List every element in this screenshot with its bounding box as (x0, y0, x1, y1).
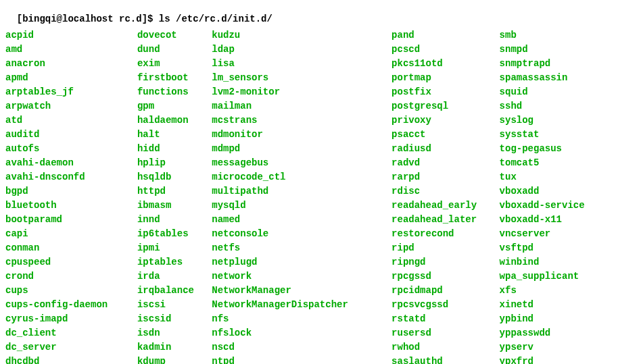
file-entry: ypbind (500, 312, 613, 326)
file-entry: postgresql (391, 99, 500, 113)
file-entry: snmptrapd (500, 57, 613, 71)
file-entry: atd (5, 113, 137, 128)
prompt-command: ls /etc/rc.d/init.d/ (159, 14, 272, 24)
file-entry: rusersd (391, 326, 500, 340)
file-entry: arptables_jf (5, 85, 137, 99)
file-entry: mailman (212, 99, 391, 113)
prompt-user-host: [bingqi@localhost rc.d]$ (17, 14, 153, 24)
file-entry: iptables (137, 255, 212, 269)
file-entry: apmd (5, 71, 137, 85)
file-entry: isdn (137, 326, 212, 340)
listing-column-2: dovecotdundeximfirstbootfunctionsgpmhald… (137, 28, 212, 364)
file-entry: innd (137, 213, 212, 227)
file-entry: ypserv (500, 340, 613, 355)
file-entry: portmap (391, 71, 500, 85)
file-entry: mdmonitor (212, 128, 391, 142)
file-entry: multipathd (212, 184, 391, 199)
file-entry: cyrus-imapd (5, 312, 137, 326)
file-entry: irqbalance (137, 284, 212, 298)
file-entry: cups-config-daemon (5, 298, 137, 312)
file-entry: pand (391, 28, 500, 43)
file-entry: kdump (137, 355, 212, 364)
file-entry: sysstat (500, 128, 613, 142)
file-entry: ipmi (137, 241, 212, 255)
file-entry: nscd (212, 340, 391, 355)
file-entry: anacron (5, 57, 137, 71)
file-entry: winbind (500, 255, 613, 269)
file-entry: radvd (391, 156, 500, 170)
file-entry: hidd (137, 142, 212, 156)
file-entry: ripd (391, 241, 500, 255)
file-entry: pcscd (391, 43, 500, 57)
file-entry: irda (137, 269, 212, 284)
file-entry: dc_server (5, 340, 137, 355)
file-entry: syslog (500, 113, 613, 128)
file-entry: firstboot (137, 71, 212, 85)
file-entry: named (212, 213, 391, 227)
file-entry: gpm (137, 99, 212, 113)
file-entry: rpcidmapd (391, 284, 500, 298)
file-entry: cpuspeed (5, 255, 137, 269)
file-entry: bgpd (5, 184, 137, 199)
file-entry: httpd (137, 184, 212, 199)
file-entry: rpcsvcgssd (391, 298, 500, 312)
file-entry: cups (5, 284, 137, 298)
file-entry: smb (500, 28, 613, 43)
file-entry: auditd (5, 128, 137, 142)
file-entry: xinetd (500, 298, 613, 312)
file-entry: rstatd (391, 312, 500, 326)
file-entry: ip6tables (137, 227, 212, 241)
listing-column-4: pandpcscdpkcs11otdportmappostfixpostgres… (391, 28, 500, 364)
file-entry: avahi-dnsconfd (5, 170, 137, 184)
file-entry: autofs (5, 142, 137, 156)
file-entry: privoxy (391, 113, 500, 128)
file-entry: lisa (212, 57, 391, 71)
file-entry: amd (5, 43, 137, 57)
file-entry: dund (137, 43, 212, 57)
file-entry: capi (5, 227, 137, 241)
file-entry: postfix (391, 85, 500, 99)
file-entry: spamassassin (500, 71, 613, 85)
file-entry: wpa_supplicant (500, 269, 613, 284)
file-entry: messagebus (212, 156, 391, 170)
file-entry: readahead_later (391, 213, 500, 227)
file-entry: pkcs11otd (391, 57, 500, 71)
file-entry: rpcgssd (391, 269, 500, 284)
file-entry: vboxadd (500, 184, 613, 199)
terminal-prompt-line: [bingqi@localhost rc.d]$ ls /etc/rc.d/in… (5, 3, 613, 24)
file-entry: conman (5, 241, 137, 255)
file-entry: kadmin (137, 340, 212, 355)
file-entry: lvm2-monitor (212, 85, 391, 99)
file-entry: acpid (5, 28, 137, 43)
file-entry: mcstrans (212, 113, 391, 128)
file-entry: iscsid (137, 312, 212, 326)
file-entry: mysqld (212, 199, 391, 213)
file-entry: netconsole (212, 227, 391, 241)
file-entry: ldap (212, 43, 391, 57)
file-entry: snmpd (500, 43, 613, 57)
file-entry: vboxadd-service (500, 199, 613, 213)
file-entry: iscsi (137, 298, 212, 312)
file-entry: tux (500, 170, 613, 184)
file-entry: bootparamd (5, 213, 137, 227)
file-entry: functions (137, 85, 212, 99)
file-entry: nfslock (212, 326, 391, 340)
file-entry: haldaemon (137, 113, 212, 128)
listing-column-1: acpidamdanacronapmdarptables_jfarpwatcha… (5, 28, 137, 364)
file-entry: tomcat5 (500, 156, 613, 170)
file-entry: psacct (391, 128, 500, 142)
file-entry: dhcdbd (5, 355, 137, 364)
file-entry: ibmasm (137, 199, 212, 213)
file-entry: mdmpd (212, 142, 391, 156)
file-entry: lm_sensors (212, 71, 391, 85)
file-entry: rarpd (391, 170, 500, 184)
file-entry: ntpd (212, 355, 391, 364)
listing-column-5: smbsnmpdsnmptrapdspamassassinsquidsshdsy… (500, 28, 613, 364)
file-entry: netfs (212, 241, 391, 255)
listing-column-3: kudzuldaplisalm_sensorslvm2-monitormailm… (212, 28, 391, 364)
file-entry: arpwatch (5, 99, 137, 113)
file-entry: sshd (500, 99, 613, 113)
file-entry: vsftpd (500, 241, 613, 255)
file-entry: ypxfrd (500, 355, 613, 364)
file-entry: squid (500, 85, 613, 99)
